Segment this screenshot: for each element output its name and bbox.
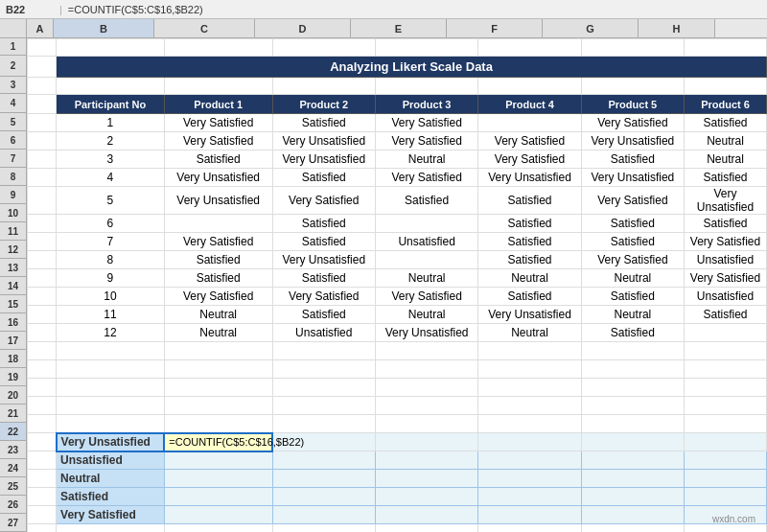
row-1[interactable]: 1	[0, 38, 26, 56]
col-header-d[interactable]: D	[255, 19, 351, 37]
row-5[interactable]: 5	[0, 113, 26, 131]
row-6[interactable]: 6	[0, 131, 26, 150]
row-2[interactable]: 2	[0, 56, 26, 77]
table-row: 2 Very Satisfied Very Unsatisfied Very S…	[28, 132, 767, 150]
table-row	[28, 379, 767, 397]
row-25[interactable]: 25	[0, 477, 26, 496]
formula-label-very-satisfied[interactable]: Very Satisfied	[57, 506, 165, 524]
col-header-a[interactable]: A	[27, 19, 54, 37]
table-row: 3 Satisfied Very Unsatisfied Neutral Ver…	[28, 150, 767, 169]
table-row: 1 Very Satisfied Satisfied Very Satisfie…	[28, 114, 767, 132]
col-product2-header: Product 2	[272, 95, 375, 114]
sheet-content: Analyzing Likert Scale Data Partici	[27, 38, 767, 532]
table-row	[28, 78, 767, 95]
table-row: 10 Very Satisfied Very Satisfied Very Sa…	[28, 288, 767, 306]
row-3[interactable]: 3	[0, 77, 26, 94]
spreadsheet-title: Analyzing Likert Scale Data	[57, 57, 767, 78]
col-header-g[interactable]: G	[543, 19, 639, 37]
row-16[interactable]: 16	[0, 313, 26, 332]
table-row	[28, 39, 767, 57]
row-12[interactable]: 12	[0, 241, 26, 259]
table-row: 6 Satisfied Satisfied Satisfied Satisfie…	[28, 215, 767, 233]
row-22[interactable]: 22	[0, 423, 26, 441]
row-15[interactable]: 15	[0, 295, 26, 313]
title-row: Analyzing Likert Scale Data	[28, 57, 767, 78]
col-header-f[interactable]: F	[447, 19, 543, 37]
table-row	[28, 360, 767, 379]
row-23[interactable]: 23	[0, 441, 26, 459]
formula-row-neutral: Neutral	[28, 470, 767, 488]
table-row	[28, 342, 767, 360]
formula-label-satisfied[interactable]: Satisfied	[57, 488, 165, 506]
row-27[interactable]: 27	[0, 514, 26, 532]
row-26[interactable]: 26	[0, 496, 26, 514]
row-21[interactable]: 21	[0, 405, 26, 423]
row-4[interactable]: 4	[0, 94, 26, 113]
table-row: 12 Neutral Unsatisfied Very Unsatisfied …	[28, 324, 767, 342]
table-row: 11 Neutral Satisfied Neutral Very Unsati…	[28, 306, 767, 324]
table-row: 7 Very Satisfied Satisfied Unsatisfied S…	[28, 233, 767, 251]
col-header-b[interactable]: B	[54, 19, 154, 37]
corner-header	[0, 19, 27, 37]
row-7[interactable]: 7	[0, 150, 26, 168]
formula-row-unsatisfied: Unsatisfied	[28, 451, 767, 470]
col-header-h[interactable]: H	[639, 19, 715, 37]
row-14[interactable]: 14	[0, 277, 26, 295]
row-20[interactable]: 20	[0, 386, 26, 405]
formula-bar[interactable]: =COUNTIF(C$5:C$16,$B22)	[68, 4, 761, 15]
cell-reference: B22	[6, 4, 54, 15]
row-18[interactable]: 18	[0, 350, 26, 368]
col-header-e[interactable]: E	[351, 19, 447, 37]
row-19[interactable]: 19	[0, 368, 26, 386]
row-13[interactable]: 13	[0, 259, 26, 277]
table-row: 8 Satisfied Very Unsatisfied Satisfied V…	[28, 251, 767, 269]
col-header-row: Participant No Product 1 Product 2 Produ…	[28, 95, 767, 114]
col-product5-header: Product 5	[581, 95, 684, 114]
row-headers: 1 2 3 4 5 6 7 8 9 10 11 12 13 14 15 16 1…	[0, 38, 27, 532]
formula-row-satisfied: Satisfied	[28, 488, 767, 506]
col-product3-header: Product 3	[375, 95, 477, 114]
formula-label-unsatisfied[interactable]: Unsatisfied	[57, 451, 165, 470]
watermark: wxdn.com	[712, 514, 755, 524]
col-product1-header: Product 1	[164, 95, 272, 114]
table-row	[28, 397, 767, 415]
row-17[interactable]: 17	[0, 332, 26, 350]
col-header-c[interactable]: C	[154, 19, 255, 37]
formula-label-very-unsatisfied[interactable]: Very Unsatisfied	[57, 433, 165, 451]
table-row: 9 Satisfied Satisfied Neutral Neutral Ne…	[28, 269, 767, 288]
formula-row-very-satisfied: Very Satisfied	[28, 506, 767, 524]
table-row: 5 Very Unsatisfied Very Satisfied Satisf…	[28, 187, 767, 215]
row-10[interactable]: 10	[0, 204, 26, 222]
formula-row-very-unsatisfied: Very Unsatisfied =COUNTIF(C$5:C$16,$B22)	[28, 433, 767, 451]
row-24[interactable]: 24	[0, 459, 26, 477]
row-9[interactable]: 9	[0, 186, 26, 204]
spreadsheet: B22 | =COUNTIF(C$5:C$16,$B22) A B C D E …	[0, 0, 767, 532]
table-row	[28, 524, 767, 533]
table-row: 4 Very Unsatisfied Satisfied Very Satisf…	[28, 169, 767, 187]
col-product6-header: Product 6	[685, 95, 767, 114]
formula-cell-very-unsatisfied[interactable]: =COUNTIF(C$5:C$16,$B22)	[164, 433, 272, 451]
formula-label-neutral[interactable]: Neutral	[57, 470, 165, 488]
table-row	[28, 415, 767, 433]
col-product4-header: Product 4	[478, 95, 581, 114]
col-participant-header: Participant No	[57, 95, 165, 114]
row-11[interactable]: 11	[0, 222, 26, 241]
row-8[interactable]: 8	[0, 168, 26, 186]
